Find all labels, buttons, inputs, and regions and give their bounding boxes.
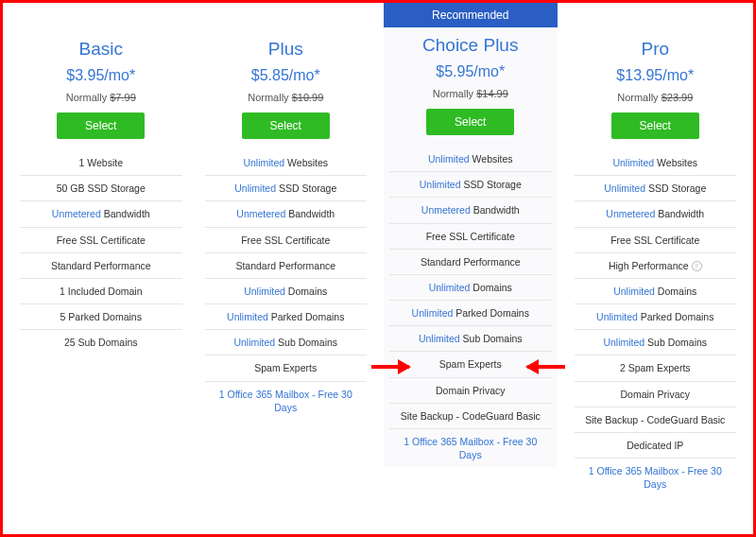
select-button[interactable]: Select <box>57 113 145 139</box>
feature-item: Free SSL Certificate <box>20 227 182 252</box>
plan-price: $3.95/mo* <box>14 67 188 84</box>
feature-item: Domain Privacy <box>389 377 552 403</box>
select-button[interactable]: Select <box>426 109 514 135</box>
plan-column: RecommendedChoice Plus$5.95/mo*Normally … <box>384 3 558 467</box>
feature-item: 1 Office 365 Mailbox - Free 30 Days <box>389 428 552 467</box>
info-icon[interactable]: ? <box>692 261 702 271</box>
plan-normal-price: Normally $10.99 <box>199 92 373 103</box>
plan-price: $5.95/mo* <box>384 63 558 80</box>
feature-item: Dedicated IP <box>575 432 737 458</box>
feature-item: Unlimited Domains <box>205 278 368 303</box>
feature-list: Unlimited WebsitesUnlimited SSD StorageU… <box>205 150 368 420</box>
recommended-badge: Recommended <box>384 3 558 27</box>
feature-item: Unlimited Sub Domains <box>575 329 737 355</box>
plan-name: Pro <box>569 39 743 60</box>
plan-normal-price: Normally $23.99 <box>569 92 743 103</box>
plan-column: Basic$3.95/mo*Normally $7.99Select1 Webs… <box>14 3 188 355</box>
feature-item: Site Backup - CodeGuard Basic <box>575 407 737 432</box>
feature-item: Unmetered Bandwidth <box>205 200 368 226</box>
plan-name: Plus <box>199 39 373 60</box>
select-button[interactable]: Select <box>611 113 699 139</box>
feature-item: Unlimited Websites <box>205 150 368 175</box>
feature-item: High Performance? <box>575 252 737 278</box>
feature-item: Unlimited Websites <box>389 147 552 171</box>
feature-item: Unlimited SSD Storage <box>389 171 552 197</box>
feature-item: Unlimited Parked Domains <box>575 303 737 329</box>
feature-item: Unmetered Bandwidth <box>575 200 737 226</box>
plan-normal-price: Normally $14.99 <box>384 88 558 99</box>
feature-item: 1 Office 365 Mailbox - Free 30 Days <box>575 458 737 496</box>
feature-item: Spam Experts <box>205 355 368 380</box>
pricing-table: Basic$3.95/mo*Normally $7.99Select1 Webs… <box>0 0 756 537</box>
feature-item: Standard Performance <box>389 249 552 274</box>
plan-column: Pro$13.95/mo*Normally $23.99SelectUnlimi… <box>569 3 743 496</box>
feature-item: Site Backup - CodeGuard Basic <box>389 403 552 428</box>
feature-item: Unlimited SSD Storage <box>575 175 737 200</box>
feature-item: 1 Website <box>20 150 182 175</box>
feature-item: Unlimited Sub Domains <box>389 325 552 351</box>
feature-item: Unlimited Parked Domains <box>205 303 368 329</box>
feature-item: Unlimited Websites <box>575 150 737 175</box>
feature-item: Free SSL Certificate <box>575 227 737 252</box>
plan-normal-price: Normally $7.99 <box>14 92 188 103</box>
plan-price: $13.95/mo* <box>569 67 743 84</box>
feature-item: Spam Experts <box>389 351 552 376</box>
feature-item: 2 Spam Experts <box>575 355 737 380</box>
feature-item: Free SSL Certificate <box>389 223 552 249</box>
feature-item: 1 Office 365 Mailbox - Free 30 Days <box>205 381 368 420</box>
feature-item: Unlimited Parked Domains <box>389 300 552 325</box>
plan-name: Basic <box>14 39 188 60</box>
feature-list: 1 Website50 GB SSD StorageUnmetered Band… <box>20 150 182 355</box>
feature-list: Unlimited WebsitesUnlimited SSD StorageU… <box>389 147 552 467</box>
feature-item: Standard Performance <box>205 252 368 278</box>
feature-item: Unmetered Bandwidth <box>20 200 182 226</box>
plan-price: $5.85/mo* <box>199 67 373 84</box>
plan-column: Plus$5.85/mo*Normally $10.99SelectUnlimi… <box>199 3 373 420</box>
feature-item: Unlimited SSD Storage <box>205 175 368 200</box>
feature-item: Unlimited Domains <box>389 274 552 300</box>
feature-item: 50 GB SSD Storage <box>20 175 182 200</box>
feature-item: 1 Included Domain <box>20 278 182 303</box>
feature-item: Unmetered Bandwidth <box>389 197 552 222</box>
feature-item: Standard Performance <box>20 252 182 278</box>
feature-item: 25 Sub Domains <box>20 329 182 355</box>
feature-item: 5 Parked Domains <box>20 303 182 329</box>
plan-name: Choice Plus <box>384 35 558 56</box>
feature-item: Unlimited Domains <box>575 278 737 303</box>
feature-item: Free SSL Certificate <box>205 227 368 252</box>
select-button[interactable]: Select <box>242 113 330 139</box>
feature-item: Domain Privacy <box>575 381 737 407</box>
feature-list: Unlimited WebsitesUnlimited SSD StorageU… <box>575 150 737 496</box>
feature-item: Unlimited Sub Domains <box>205 329 368 355</box>
